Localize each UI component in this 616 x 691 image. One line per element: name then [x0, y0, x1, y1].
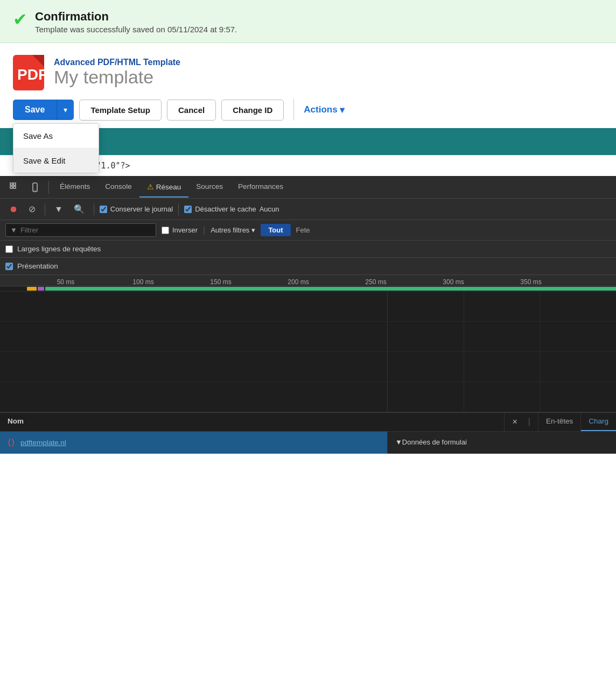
save-as-item[interactable]: Save As: [13, 124, 99, 149]
svg-rect-6: [13, 186, 16, 188]
larges-lignes-checkbox[interactable]: [5, 245, 13, 253]
tab-sources[interactable]: Sources: [188, 177, 230, 197]
timeline-labels-row: 50 ms 100 ms 150 ms 200 ms 250 ms 300 ms…: [0, 275, 616, 286]
template-setup-button[interactable]: Template Setup: [79, 100, 162, 121]
close-col: × |: [505, 413, 538, 431]
tab-performances[interactable]: Performances: [230, 177, 291, 197]
cancel-button[interactable]: Cancel: [167, 100, 216, 121]
bottom-right-panel: ▼Données de formulai: [388, 432, 616, 452]
filter-icon-btn[interactable]: ▼: [51, 202, 67, 216]
mobile-icon-btn[interactable]: [25, 178, 45, 196]
empty-col-2: [464, 292, 541, 321]
save-dropdown-menu: Save As Save & Edit: [13, 123, 99, 173]
toolbar-divider: [293, 99, 294, 121]
pdf-link-text[interactable]: pdftemplate.nl: [20, 439, 66, 447]
donnees-label: ▼Données de formulai: [395, 438, 467, 446]
filter-input-wrap: ▼: [5, 223, 156, 237]
confirmation-title: Confirmation: [35, 10, 237, 24]
desactiver-cache-label[interactable]: Désactiver le cache: [184, 205, 256, 213]
inverser-text: Inverser: [172, 226, 198, 234]
change-id-button[interactable]: Change ID: [221, 100, 284, 121]
confirmation-text: Confirmation Template was successfully s…: [35, 10, 237, 34]
tout-button[interactable]: Tout: [261, 224, 290, 236]
empty-request-rows: [0, 292, 616, 412]
empty-right-4: [388, 382, 616, 412]
empty-row-4: [0, 382, 616, 412]
actions-arrow-icon: ▾: [340, 104, 345, 116]
template-header: PDF Advanced PDF/HTML Template My templa…: [0, 43, 616, 90]
tab-reseau[interactable]: ⚠Réseau: [139, 177, 189, 198]
template-title-block: Advanced PDF/HTML Template My template: [54, 58, 180, 87]
cursor-icon: [10, 182, 19, 192]
fete-text: Fete: [296, 226, 310, 234]
cursor-icon-btn[interactable]: [4, 178, 25, 196]
dropdown-arrow-icon: ▾: [64, 105, 67, 114]
empty-col-9: [540, 352, 616, 382]
toolbar-sep-1: [45, 203, 45, 215]
desactiver-cache-text: Désactiver le cache: [195, 205, 256, 213]
empty-col-7: [388, 352, 464, 382]
devtools-filter-row: ▼ Inverser | Autres filtres ▾ Tout Fete: [0, 220, 616, 241]
inverser-label[interactable]: Inverser: [162, 226, 198, 234]
empty-col-3: [540, 292, 616, 321]
devtools-toolbar-row: ⏺ ⊘ ▼ 🔍 Conserver le journal Désactiver …: [0, 199, 616, 220]
tab-elements[interactable]: Éléments: [52, 177, 97, 197]
empty-right-1: [388, 292, 616, 321]
presentation-label: Présentation: [17, 262, 58, 270]
devtools-presentation-row: Présentation: [0, 258, 616, 275]
empty-row-1: [0, 292, 616, 322]
tl-label-350: 350 ms: [492, 278, 570, 286]
clear-button[interactable]: ⊘: [25, 202, 39, 216]
check-icon: ✔: [13, 11, 27, 28]
template-label: Advanced PDF/HTML Template: [54, 58, 180, 67]
aucun-text: Aucun: [260, 205, 279, 213]
presentation-checkbox[interactable]: [5, 263, 13, 270]
template-name: My template: [54, 67, 180, 87]
svg-rect-3: [10, 183, 12, 185]
entetes-tab[interactable]: En-têtes: [538, 413, 581, 431]
toolbar: Save ▾ Save As Save & Edit Template Setu…: [0, 90, 616, 128]
svg-text:PDF: PDF: [17, 66, 44, 83]
save-button[interactable]: Save: [13, 100, 57, 120]
empty-col-5: [464, 322, 541, 351]
actions-button[interactable]: Actions ▾: [304, 104, 344, 116]
save-edit-item[interactable]: Save & Edit: [13, 149, 99, 173]
bottom-data-row: ⟨⟩ pdftemplate.nl: [0, 432, 387, 454]
tl-label-250: 250 ms: [337, 278, 415, 286]
autres-filtres-text: Autres filtres: [211, 226, 249, 234]
timeline-bar-green: [45, 287, 616, 291]
bottom-right: ▼Données de formulai: [388, 432, 616, 454]
tab-console[interactable]: Console: [97, 177, 139, 197]
svg-rect-5: [10, 186, 12, 188]
tl-label-200: 200 ms: [260, 278, 337, 286]
confirmation-subtitle: Template was successfully saved on 05/11…: [35, 25, 237, 34]
autres-filtres-arrow: ▾: [251, 226, 255, 234]
confirmation-banner: ✔ Confirmation Template was successfully…: [0, 0, 616, 43]
timeline-bar-row: [0, 286, 616, 292]
svg-rect-4: [13, 183, 16, 185]
tl-label-50: 50 ms: [27, 278, 104, 286]
charg-tab[interactable]: Charg: [581, 413, 616, 431]
tl-label-300: 300 ms: [415, 278, 492, 286]
filter-input[interactable]: [20, 226, 151, 234]
inverser-checkbox[interactable]: [162, 227, 169, 234]
record-button[interactable]: ⏺: [5, 202, 22, 216]
tl-label-100: 100 ms: [104, 278, 182, 286]
empty-left-2: [0, 322, 388, 351]
search-icon-btn[interactable]: 🔍: [70, 202, 88, 216]
conserver-journal-text: Conserver le journal: [110, 205, 173, 213]
conserver-journal-checkbox[interactable]: [100, 206, 107, 213]
timeline-labels: 50 ms 100 ms 150 ms 200 ms 250 ms 300 ms…: [27, 278, 570, 286]
empty-col-8: [464, 352, 541, 382]
close-button[interactable]: ×: [512, 417, 517, 427]
empty-right-2: [388, 322, 616, 351]
bottom-split: ⟨⟩ pdftemplate.nl ▼Données de formulai: [0, 432, 616, 454]
desactiver-cache-checkbox[interactable]: [184, 206, 192, 213]
save-dropdown-button[interactable]: ▾: [57, 100, 74, 120]
actions-label: Actions: [304, 104, 337, 115]
autres-filtres-button[interactable]: Autres filtres ▾: [211, 226, 255, 234]
conserver-journal-label[interactable]: Conserver le journal: [100, 205, 173, 213]
empty-left-4: [0, 382, 388, 412]
devtools-bottom: Nom × | En-têtes Charg ⟨⟩ pdftemplate.nl…: [0, 412, 616, 454]
save-button-group: Save ▾ Save As Save & Edit: [13, 100, 74, 120]
